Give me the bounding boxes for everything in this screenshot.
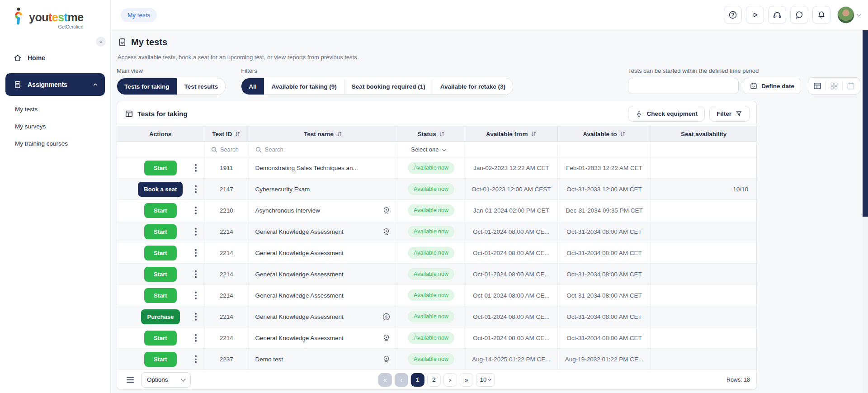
user-menu[interactable] [837, 6, 860, 24]
search-icon [255, 147, 262, 153]
funnel-icon [735, 110, 743, 118]
first-page-button[interactable]: « [378, 373, 392, 387]
page-button-2[interactable]: 2 [427, 373, 441, 387]
row-menu-icon[interactable] [193, 184, 198, 195]
filter-tab-all[interactable]: All [241, 78, 264, 95]
support-button[interactable] [768, 6, 786, 24]
sidebar-item-assignments[interactable]: Assignments [5, 73, 105, 96]
sidebar: youtestme GetCertified « Home Assignment… [0, 0, 111, 393]
available-from-filter-cell [465, 142, 558, 157]
book-button[interactable]: Book a seat [138, 182, 183, 197]
column-header-status[interactable]: Status [397, 126, 465, 142]
logo-letter: e [52, 11, 58, 24]
help-button[interactable] [724, 6, 742, 24]
available-to-cell: Aug-19-2032 01:22 PM CE... [558, 349, 651, 369]
filter-button-label: Filter [717, 110, 731, 117]
page-scrollbar [863, 30, 868, 393]
test-id-search-input[interactable] [220, 146, 242, 153]
test-name-cell: General Knowledge Assessment [249, 264, 398, 284]
define-date-button[interactable]: Define date [743, 78, 801, 94]
test-name-search-input[interactable] [265, 146, 364, 153]
status-cell: Available now [397, 306, 465, 327]
row-menu-icon[interactable] [193, 311, 198, 322]
start-button[interactable]: Start [144, 288, 177, 303]
logo-letter: me [67, 11, 83, 24]
calendar-view-button[interactable] [846, 81, 855, 90]
main-view-tab-test-results[interactable]: Test results [177, 78, 226, 95]
row-menu-icon[interactable] [193, 269, 198, 280]
status-select[interactable]: Select one [397, 142, 465, 157]
test-name: General Knowledge Assessment [255, 228, 344, 235]
row-menu-icon[interactable] [193, 162, 198, 174]
status-badge: Available now [408, 204, 454, 216]
notifications-button[interactable] [812, 6, 830, 24]
svg-text:$: $ [385, 314, 388, 319]
test-name-cell: Demo test [249, 349, 398, 369]
period-input[interactable] [628, 78, 739, 94]
row-menu-icon[interactable] [193, 354, 198, 365]
page-button-1[interactable]: 1 [411, 373, 425, 387]
column-header-test-name[interactable]: Test name [249, 126, 398, 142]
assignment-icon [13, 80, 22, 89]
column-header-available-from[interactable]: Available from [465, 126, 558, 142]
test-name-cell: Asynchronous Interview [249, 200, 398, 221]
menu-icon[interactable] [125, 375, 136, 384]
filter-tab-available-for-retake-3[interactable]: Available for retake (3) [433, 78, 513, 95]
last-page-button[interactable]: » [460, 373, 473, 387]
breadcrumb[interactable]: My tests [121, 8, 157, 22]
available-to-filter-cell [558, 142, 651, 157]
filter-tab-seat-booking-required-1[interactable]: Seat booking required (1) [344, 78, 433, 95]
scrollbar-thumb[interactable] [863, 30, 868, 217]
check-equipment-button[interactable]: Check equipment [628, 106, 705, 122]
page-size-select[interactable]: 10 [476, 373, 495, 387]
prev-page-button[interactable]: ‹ [395, 373, 408, 387]
table-view-button[interactable] [813, 81, 822, 90]
webcam-icon [382, 206, 391, 215]
main-content: My tests Access available tests, book a … [111, 30, 868, 393]
sidebar-collapse-button[interactable]: « [96, 37, 106, 47]
sidebar-item-home[interactable]: Home [0, 50, 110, 66]
seat-availability-cell [651, 200, 756, 221]
webcam-icon-wrap [382, 206, 391, 215]
chat-button[interactable] [790, 6, 808, 24]
row-menu-icon[interactable] [193, 332, 198, 344]
start-button[interactable]: Start [144, 331, 177, 346]
filter-button[interactable]: Filter [709, 106, 750, 122]
column-header-test-id[interactable]: Test ID [204, 126, 249, 142]
test-name: General Knowledge Assessment [255, 313, 344, 320]
grid-view-button[interactable] [830, 81, 839, 90]
status-badge: Available now [408, 247, 454, 259]
page-description: Access available tests, book a seat for … [118, 54, 860, 61]
page-size-value: 10 [480, 376, 486, 383]
next-page-button[interactable]: › [443, 373, 457, 387]
microphone-icon [635, 110, 643, 118]
start-button[interactable]: Start [144, 267, 177, 282]
avatar[interactable] [837, 6, 854, 24]
test-name-cell: General Knowledge Assessment [249, 285, 398, 306]
video-tutorial-button[interactable] [746, 6, 764, 24]
start-button[interactable]: Start [144, 246, 177, 260]
main-view-tab-tests-for-taking[interactable]: Tests for taking [117, 78, 177, 95]
chat-icon [794, 10, 804, 20]
sidebar-item-my-surveys[interactable]: My surveys [0, 118, 110, 135]
start-button[interactable]: Start [144, 203, 177, 218]
row-menu-icon[interactable] [193, 205, 198, 216]
options-dropdown[interactable]: Options [141, 372, 191, 388]
test-id-cell: 2214 [204, 264, 249, 284]
purchase-button[interactable]: Purchase [141, 309, 180, 324]
column-header-available-to[interactable]: Available to [558, 126, 651, 142]
start-button[interactable]: Start [144, 161, 177, 175]
available-from-cell: Oct-01-2024 08:00 AM CE... [465, 306, 558, 327]
filter-tab-available-for-taking-9[interactable]: Available for taking (9) [264, 78, 344, 95]
search-icon [211, 147, 217, 153]
row-menu-icon[interactable] [193, 226, 198, 237]
sidebar-item-my-training-courses[interactable]: My training courses [0, 135, 110, 152]
actions-cell: Start [117, 264, 204, 284]
sidebar-item-my-tests[interactable]: My tests [0, 100, 110, 118]
start-button[interactable]: Start [144, 224, 177, 239]
test-name-cell: Demonstrating Sales Techniques an... [249, 157, 398, 178]
row-menu-icon[interactable] [193, 247, 198, 259]
start-button[interactable]: Start [144, 352, 177, 367]
test-name-cell: General Knowledge Assessment $ [249, 306, 398, 327]
row-menu-icon[interactable] [193, 290, 198, 301]
